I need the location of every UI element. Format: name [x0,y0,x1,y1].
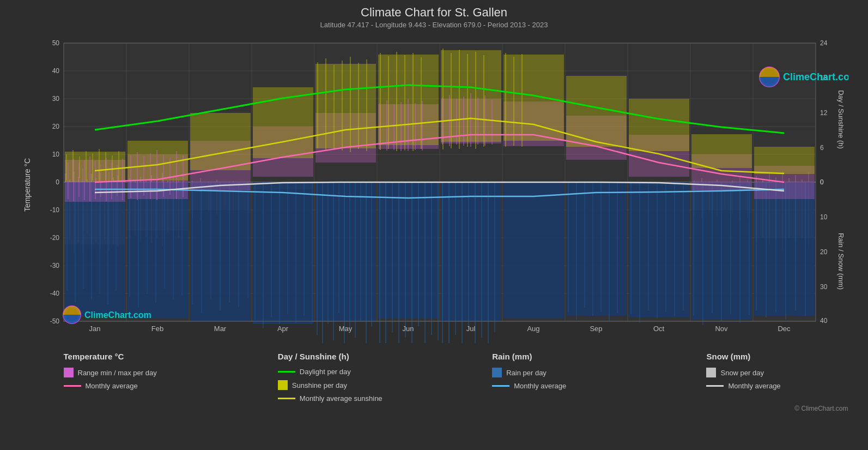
svg-rect-258 [106,158,107,201]
svg-rect-192 [775,182,776,312]
svg-rect-157 [220,182,221,310]
x-label-apr: Apr [277,325,288,333]
svg-rect-120 [371,182,372,327]
rain-per-day-swatch [492,368,502,377]
svg-rect-135 [468,182,469,329]
svg-text:-30: -30 [50,262,59,269]
svg-rect-182 [683,182,684,310]
svg-rect-121 [379,182,380,343]
svg-rect-283 [477,98,478,145]
svg-rect-133 [455,182,456,335]
chart-container: Temperature °C Day / Sunshine (h) Rain /… [20,32,848,343]
svg-rect-111 [322,182,323,343]
svg-rect-184 [702,182,703,325]
svg-rect-220 [66,154,67,181]
svg-rect-176 [630,182,632,314]
legend-snow-per-day: Snow per day [706,368,826,377]
svg-rect-234 [358,63,359,149]
svg-rect-114 [338,182,339,313]
svg-rect-122 [385,182,386,343]
legend-rain-avg-label: Monthly average [514,382,566,390]
temp-avg-swatch [64,385,81,387]
x-label-nov: Nov [715,325,728,333]
snow-avg-swatch [706,385,724,387]
svg-text:-50: -50 [50,317,59,325]
svg-rect-189 [749,182,750,315]
rain-avg-swatch [492,385,509,387]
svg-text:10: 10 [52,151,59,158]
svg-rect-118 [360,182,361,321]
daylight-swatch [278,371,295,373]
svg-rect-277 [422,101,423,151]
svg-rect-248 [505,53,506,147]
svg-rect-259 [111,162,112,199]
monthly-avg-sunshine-swatch [278,398,295,399]
svg-rect-181 [674,182,675,316]
svg-rect-173 [600,182,602,312]
svg-text:24: 24 [820,39,828,47]
svg-rect-191 [766,182,767,317]
svg-rect-228 [118,151,119,181]
x-label-jun: Jun [402,325,414,333]
left-axis-label: Temperature °C [23,158,32,212]
legend-snow-avg: Monthly average [706,382,826,390]
legend-snow: Snow (mm) Snow per day Monthly average [706,352,826,403]
svg-rect-174 [609,182,610,321]
legend-sunshine-per-day: Sunshine per day [278,380,398,390]
svg-rect-230 [325,58,326,151]
svg-rect-117 [355,182,356,338]
svg-rect-185 [712,182,713,313]
svg-rect-249 [513,57,514,146]
svg-rect-162 [263,182,264,328]
svg-rect-148 [138,182,139,308]
svg-text:20: 20 [52,123,59,130]
svg-rect-188 [739,182,740,323]
svg-rect-217 [629,99,689,151]
svg-rect-110 [317,182,318,335]
svg-rect-127 [418,182,419,327]
climate-chart: Temperature °C Day / Sunshine (h) Rain /… [20,32,848,343]
svg-rect-261 [122,159,123,200]
svg-rect-223 [86,151,87,181]
svg-text:50: 50 [52,39,59,47]
sunshine-per-day-swatch [278,380,288,390]
svg-rect-132 [448,182,450,343]
x-label-oct: Oct [653,325,664,333]
svg-rect-154 [192,182,193,305]
svg-rect-218 [691,134,752,168]
svg-rect-147 [129,182,130,297]
svg-rect-250 [521,54,523,147]
svg-rect-284 [484,95,485,146]
svg-rect-281 [463,97,464,146]
svg-rect-224 [92,153,93,181]
svg-rect-107 [629,182,689,317]
svg-rect-232 [342,61,343,151]
svg-rect-116 [349,182,350,329]
legend-snow-per-day-label: Snow per day [720,369,764,377]
legend-monthly-avg-sunshine-label: Monthly average sunshine [300,394,383,403]
legend-rain: Rain (mm) Rain per day Monthly average [492,352,612,403]
svg-text:-40: -40 [50,290,59,297]
svg-rect-194 [795,182,796,310]
legend-snow-title: Snow (mm) [706,352,826,361]
svg-rect-187 [730,182,731,314]
snow-per-day-swatch [706,368,716,377]
svg-rect-115 [344,182,345,343]
svg-text:10: 10 [820,213,828,221]
svg-text:40: 40 [820,317,828,325]
svg-rect-119 [366,182,367,343]
x-label-mar: Mar [214,325,226,333]
x-label-may: May [338,325,352,333]
svg-rect-137 [481,182,482,338]
svg-rect-155 [201,182,202,313]
svg-rect-247 [483,55,484,147]
svg-rect-240 [412,53,414,151]
svg-rect-251 [68,162,69,199]
svg-rect-125 [405,182,406,338]
svg-rect-245 [467,54,468,147]
legend-snow-avg-label: Monthly average [728,382,780,390]
svg-rect-171 [584,182,585,308]
svg-rect-177 [639,182,640,323]
svg-rect-270 [183,155,184,197]
svg-text:0: 0 [820,178,824,186]
